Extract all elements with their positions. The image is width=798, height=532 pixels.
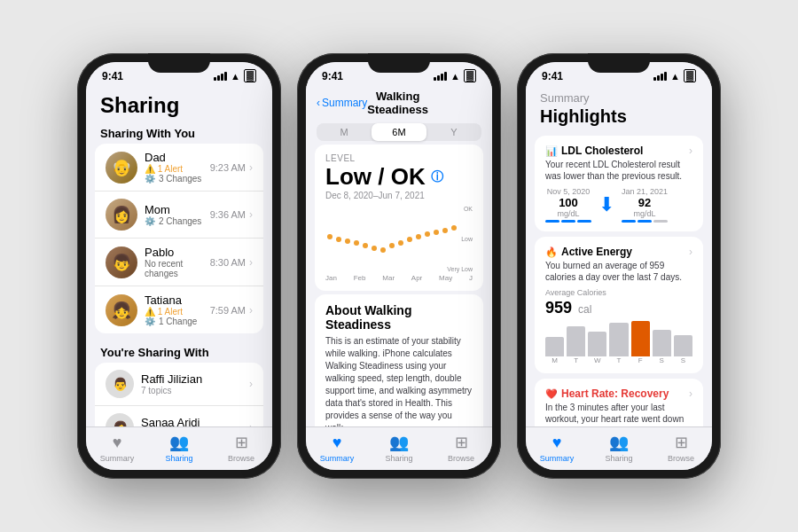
ldl-value-2: 92 — [622, 196, 668, 209]
sharing-header: Sharing — [86, 86, 272, 121]
ldl-comparison: Nov 5, 2020 100 mg/dL ⬇ Jan 21, 2021 — [545, 187, 692, 223]
highlights-title: Highlights — [540, 106, 698, 127]
phone-walking: 9:41 ▲ ▓ ‹ Summary — [297, 53, 501, 479]
tab-bar-1: ♥ Summary 👥 Sharing ⊞ Browse — [86, 426, 272, 470]
time-btn-6m[interactable]: 6M — [372, 123, 426, 141]
tab-summary-1[interactable]: ♥ Summary — [86, 434, 148, 463]
ldl-after: Jan 21, 2021 92 mg/dL — [622, 187, 668, 223]
svg-point-5 — [372, 246, 377, 251]
time-btn-m[interactable]: M — [317, 123, 372, 141]
bar-label-s2: S — [674, 356, 692, 364]
heart-card-header: ❤️ Heart Rate: Recovery › — [545, 387, 692, 400]
tab-browse-1[interactable]: ⊞ Browse — [210, 433, 272, 463]
phone2-content: ‹ Summary Walking Steadiness M 6M Y LEVE… — [306, 86, 492, 426]
highlight-card-ldl[interactable]: 📊 LDL Cholesterol › Your recent LDL Chol… — [535, 136, 703, 231]
svg-point-4 — [363, 243, 368, 248]
contact-meta-dad: ⚠️ 1 Alert — [145, 164, 210, 174]
contact-time-dad: 9:23 AM — [210, 162, 246, 173]
contact-pablo[interactable]: 👦 Pablo No recent changes 8:30 AM › — [95, 239, 263, 286]
level-label: LEVEL — [325, 153, 473, 163]
svg-point-12 — [434, 230, 439, 235]
tab-sharing-3[interactable]: 👥 Sharing — [588, 433, 650, 463]
energy-icon: 🔥 — [545, 246, 558, 258]
contact-mom[interactable]: 👩 Mom ⚙️ 2 Changes 9:36 AM › — [95, 192, 263, 239]
chevron-mom: › — [249, 208, 253, 221]
summary-tab-icon-1: ♥ — [113, 434, 122, 452]
ldl-arrow-icon: ⬇ — [598, 193, 614, 216]
energy-description: You burned an average of 959 calories a … — [545, 260, 692, 283]
calories-unit: cal — [578, 303, 591, 316]
sharing-tab-icon-2: 👥 — [389, 433, 409, 452]
dot-chart: OK Low Very Low — [325, 206, 473, 272]
contact-info-dad: Dad ⚠️ 1 Alert ⚙️ 3 Changes — [145, 151, 210, 184]
sharing-person-raffi[interactable]: 👨 Raffi Jilizian 7 topics › — [95, 363, 263, 406]
contact-name-mom: Mom — [145, 203, 210, 216]
contact-dad[interactable]: 👴 Dad ⚠️ 1 Alert ⚙️ 3 Changes 9:23 AM — [95, 144, 263, 192]
svg-point-0 — [327, 234, 332, 239]
status-time-1: 9:41 — [102, 70, 123, 82]
contact-time-pablo: 8:30 AM — [210, 257, 246, 268]
highlight-card-energy[interactable]: 🔥 Active Energy › You burned an average … — [535, 237, 703, 373]
browse-tab-label-1: Browse — [228, 454, 254, 463]
sharing-tab-label-3: Sharing — [605, 454, 632, 463]
tab-summary-2[interactable]: ♥ Summary — [306, 434, 368, 463]
ldl-dots-2 — [622, 220, 668, 223]
energy-chevron: › — [689, 246, 692, 258]
sharing-name-sanaa: Sanaa Aridi — [141, 416, 200, 426]
summary-tab-label-3: Summary — [540, 454, 575, 463]
sharing-person-sanaa[interactable]: 👩 Sanaa Aridi 2 topics › — [95, 406, 263, 426]
contact-tatiana[interactable]: 👧 Tatiana ⚠️ 1 Alert ⚙️ 1 Change 7:59 A — [95, 286, 263, 333]
about-title: About Walking Steadiness — [325, 303, 473, 332]
tab-sharing-1[interactable]: 👥 Sharing — [148, 433, 210, 463]
bar-label-t2: T — [609, 356, 628, 364]
avatar-dad: 👴 — [106, 152, 137, 184]
wifi-icon-3: ▲ — [670, 71, 680, 82]
chevron-dad: › — [249, 161, 253, 174]
about-text: This is an estimate of your stability wh… — [325, 335, 473, 426]
ldl-date-2: Jan 21, 2021 — [622, 187, 668, 196]
x-label-mar: Mar — [382, 274, 395, 282]
contact-changes-tatiana: ⚙️ 1 Change — [145, 317, 210, 326]
calories-label: Average Calories — [545, 288, 692, 297]
contact-time-mom: 9:36 AM — [210, 209, 246, 220]
dad-alert: ⚠️ 1 Alert — [145, 164, 183, 174]
avatar-pablo: 👦 — [106, 246, 137, 278]
contact-info-tatiana: Tatiana ⚠️ 1 Alert ⚙️ 1 Change — [145, 293, 210, 326]
chart-area: LEVEL Low / OK ⓘ Dec 8, 2020–Jun 7, 2021… — [315, 145, 483, 291]
sharing-with-you-title: Sharing With You — [86, 121, 272, 144]
wifi-icon-1: ▲ — [231, 71, 240, 82]
info-icon[interactable]: ⓘ — [431, 169, 443, 185]
signal-bars-3 — [653, 72, 667, 81]
sharing-name-raffi: Raffi Jilizian — [141, 372, 202, 386]
chart-label-low: Low — [447, 236, 473, 242]
contact-list: 👴 Dad ⚠️ 1 Alert ⚙️ 3 Changes 9:23 AM — [95, 144, 263, 333]
summary-tab-icon-3: ♥ — [552, 434, 562, 452]
chevron-pablo: › — [249, 256, 253, 269]
wifi-icon-2: ▲ — [450, 71, 460, 82]
x-label-apr: Apr — [411, 274, 422, 282]
x-label-may: May — [439, 274, 452, 282]
browse-tab-label-3: Browse — [668, 454, 694, 463]
tab-browse-3[interactable]: ⊞ Browse — [650, 433, 712, 463]
ldl-chevron: › — [689, 145, 692, 157]
contact-changes-mom: ⚙️ 2 Changes — [145, 216, 210, 226]
mom-changes-icon: ⚙️ — [145, 216, 155, 226]
sharing-tab-icon-1: 👥 — [169, 433, 189, 452]
chart-label-verylow: Very Low — [447, 266, 473, 272]
svg-point-6 — [380, 247, 386, 253]
tab-sharing-2[interactable]: 👥 Sharing — [368, 433, 430, 463]
phones-container: 9:41 ▲ ▓ Sharing Sharing With You — [59, 35, 739, 497]
tab-browse-2[interactable]: ⊞ Browse — [430, 433, 492, 463]
browse-tab-icon-3: ⊞ — [675, 433, 688, 452]
highlight-card-heart[interactable]: ❤️ Heart Rate: Recovery › In the 3 minut… — [535, 379, 703, 426]
bar-t1 — [567, 326, 585, 356]
ldl-card-header: 📊 LDL Cholesterol › — [545, 145, 692, 157]
tab-summary-3[interactable]: ♥ Summary — [526, 434, 588, 463]
time-btn-y[interactable]: Y — [426, 123, 481, 141]
status-icons-1: ▲ ▓ — [214, 69, 256, 82]
sharing-topics-raffi: 7 topics — [141, 386, 202, 395]
back-button-walking[interactable]: ‹ Summary — [317, 97, 367, 109]
x-label-feb: Feb — [354, 274, 366, 282]
phone-summary: 9:41 ▲ ▓ Summary Highlights — [517, 53, 721, 479]
chevron-tatiana: › — [249, 304, 253, 317]
